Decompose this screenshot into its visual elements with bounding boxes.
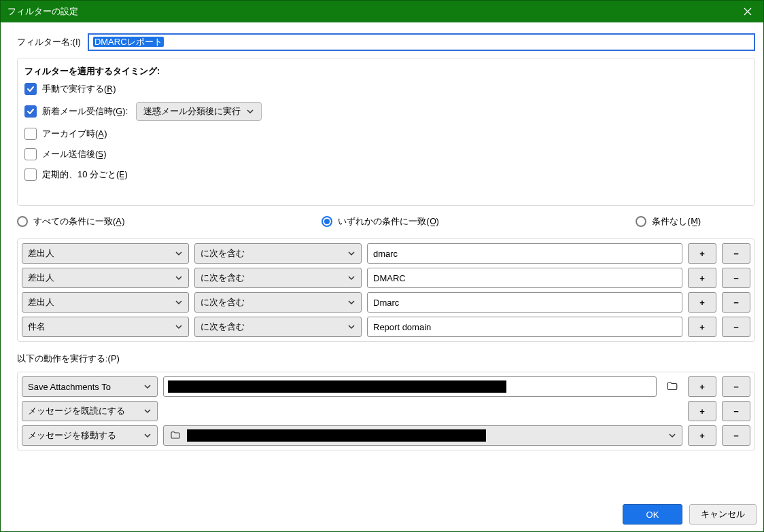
chevron-down-icon xyxy=(246,107,254,116)
condition-field-select[interactable]: 差出人 xyxy=(22,243,189,264)
action-type-select[interactable]: メッセージを移動する xyxy=(22,425,158,446)
chevron-down-icon xyxy=(175,249,183,258)
periodic-label: 定期的、10 分ごと(E̲) xyxy=(42,169,128,181)
condition-add-button[interactable]: + xyxy=(688,317,716,337)
on-receive-checkbox[interactable] xyxy=(24,105,37,118)
condition-value-input[interactable]: Dmarc xyxy=(367,292,682,313)
condition-op-select[interactable]: に次を含む xyxy=(194,243,362,264)
condition-value-input[interactable]: DMARC xyxy=(367,268,682,288)
close-icon xyxy=(744,7,752,16)
ok-button[interactable]: OK xyxy=(623,504,682,525)
redacted-path xyxy=(168,380,506,393)
condition-value-input[interactable]: dmarc xyxy=(367,243,682,264)
match-all-radio[interactable]: すべての条件に一致(A̲) xyxy=(17,215,125,228)
match-mode-row: すべての条件に一致(A̲) いずれかの条件に一致(O̲) 条件なし(M̲) xyxy=(17,215,755,228)
folder-icon xyxy=(666,380,678,393)
condition-add-button[interactable]: + xyxy=(688,268,716,288)
condition-remove-button[interactable]: − xyxy=(722,292,750,313)
action-row-mark-read: メッセージを既読にする + − xyxy=(22,401,750,421)
condition-add-button[interactable]: + xyxy=(688,292,716,313)
action-type-select[interactable]: メッセージを既読にする xyxy=(22,401,158,421)
action-row-save-attachments: Save Attachments To + − xyxy=(22,376,750,397)
action-destination-select[interactable] xyxy=(163,425,682,446)
condition-value-input[interactable]: Report domain xyxy=(367,317,682,337)
action-type-select[interactable]: Save Attachments To xyxy=(22,376,158,397)
condition-op-select[interactable]: に次を含む xyxy=(194,292,362,313)
after-send-checkbox[interactable] xyxy=(24,148,37,160)
browse-folder-button[interactable] xyxy=(662,376,682,397)
on-archive-checkbox[interactable] xyxy=(24,128,37,140)
actions-box: Save Attachments To + − メッセージを既読にする + − … xyxy=(17,372,755,450)
chevron-down-icon xyxy=(668,431,676,440)
filter-name-label: フィルター名:(I) xyxy=(17,36,81,48)
actions-title: 以下の動作を実行する:(P) xyxy=(17,353,755,365)
dialog-footer: OK キャンセル xyxy=(1,497,763,531)
chevron-down-icon xyxy=(143,431,152,440)
manual-run-label: 手動で実行する(R̲) xyxy=(42,83,116,95)
condition-op-select[interactable]: に次を含む xyxy=(194,268,362,288)
on-archive-label: アーカイブ時(A̲) xyxy=(42,128,107,140)
chevron-down-icon xyxy=(175,274,183,282)
match-any-radio[interactable]: いずれかの条件に一致(O̲) xyxy=(322,215,439,228)
match-none-radio[interactable]: 条件なし(M̲) xyxy=(636,215,701,228)
chevron-down-icon xyxy=(347,323,355,331)
on-receive-dropdown-value: 迷惑メール分類後に実行 xyxy=(143,105,241,118)
timing-group: フィルターを適用するタイミング: 手動で実行する(R̲) 新着メール受信時(G̲… xyxy=(17,58,755,206)
condition-field-select[interactable]: 件名 xyxy=(22,317,189,337)
window-title: フィルターの設定 xyxy=(7,5,78,18)
action-remove-button[interactable]: − xyxy=(722,425,750,446)
timing-group-title: フィルターを適用するタイミング: xyxy=(24,65,748,77)
action-remove-button[interactable]: − xyxy=(722,401,750,421)
titlebar: フィルターの設定 xyxy=(1,1,763,22)
condition-field-select[interactable]: 差出人 xyxy=(22,292,189,313)
condition-field-select[interactable]: 差出人 xyxy=(22,268,189,288)
action-add-button[interactable]: + xyxy=(688,425,716,446)
condition-remove-button[interactable]: − xyxy=(722,317,750,337)
on-receive-dropdown[interactable]: 迷惑メール分類後に実行 xyxy=(136,102,262,121)
action-add-button[interactable]: + xyxy=(688,376,716,397)
after-send-label: メール送信後(S̲) xyxy=(42,148,107,160)
match-all-label: すべての条件に一致(A̲) xyxy=(33,215,125,228)
chevron-down-icon xyxy=(347,274,355,282)
chevron-down-icon xyxy=(347,249,355,258)
on-receive-label: 新着メール受信時(G̲): xyxy=(42,105,128,118)
close-button[interactable] xyxy=(732,1,763,22)
conditions-box: 差出人 に次を含む dmarc + − 差出人 に次を含む DMARC + − … xyxy=(17,238,755,342)
action-row-move-message: メッセージを移動する + − xyxy=(22,425,750,446)
match-none-label: 条件なし(M̲) xyxy=(652,215,701,228)
condition-add-button[interactable]: + xyxy=(688,243,716,264)
action-path-input[interactable] xyxy=(163,376,657,397)
filter-name-value: DMARCレポート xyxy=(93,37,164,47)
filter-name-row: フィルター名:(I) DMARCレポート xyxy=(17,33,755,51)
condition-remove-button[interactable]: − xyxy=(722,243,750,264)
chevron-down-icon xyxy=(175,298,183,306)
filter-name-input[interactable]: DMARCレポート xyxy=(88,33,755,51)
cancel-button[interactable]: キャンセル xyxy=(689,504,757,525)
chevron-down-icon xyxy=(347,298,355,306)
condition-row: 件名 に次を含む Report domain + − xyxy=(22,317,750,337)
action-add-button[interactable]: + xyxy=(688,401,716,421)
condition-row: 差出人 に次を含む DMARC + − xyxy=(22,268,750,288)
match-any-label: いずれかの条件に一致(O̲) xyxy=(338,215,439,228)
periodic-checkbox[interactable] xyxy=(24,169,37,181)
chevron-down-icon xyxy=(143,383,152,391)
action-remove-button[interactable]: − xyxy=(722,376,750,397)
folder-icon xyxy=(169,429,181,442)
condition-op-select[interactable]: に次を含む xyxy=(194,317,362,337)
chevron-down-icon xyxy=(175,323,183,331)
manual-run-checkbox[interactable] xyxy=(24,83,37,95)
condition-row: 差出人 に次を含む dmarc + − xyxy=(22,243,750,264)
redacted-path xyxy=(187,429,486,442)
chevron-down-icon xyxy=(143,407,152,415)
condition-row: 差出人 に次を含む Dmarc + − xyxy=(22,292,750,313)
condition-remove-button[interactable]: − xyxy=(722,268,750,288)
